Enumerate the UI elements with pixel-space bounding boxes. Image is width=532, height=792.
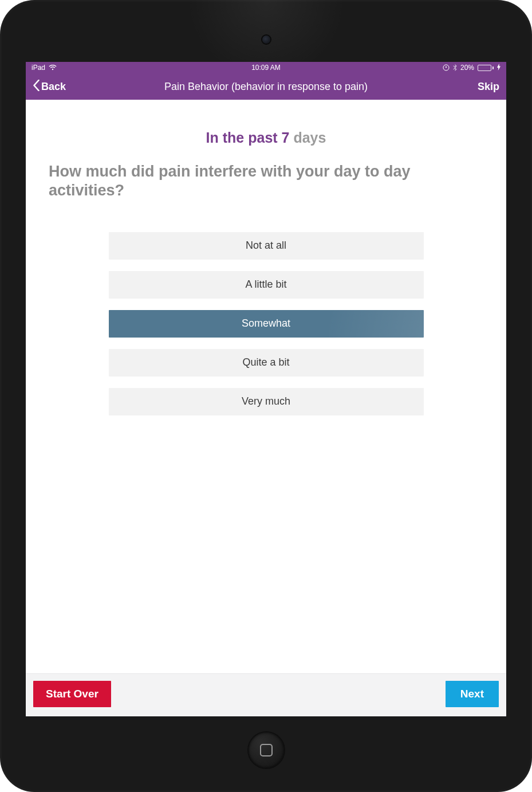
status-bar: iPad 10:09 AM 20% (26, 62, 506, 73)
option-3[interactable]: Quite a bit (109, 349, 424, 377)
context-suffix: days (293, 130, 326, 146)
bluetooth-icon (453, 64, 457, 71)
next-button[interactable]: Next (446, 681, 499, 707)
option-1[interactable]: A little bit (109, 271, 424, 299)
option-label: Very much (242, 395, 290, 407)
option-label: Quite a bit (242, 356, 289, 368)
battery-pct: 20% (460, 64, 474, 72)
start-over-button[interactable]: Start Over (33, 681, 111, 707)
back-label: Back (41, 81, 66, 93)
footer-bar: Start Over Next (26, 673, 506, 716)
chevron-left-icon (33, 80, 40, 94)
option-label: Not at all (246, 240, 286, 252)
option-2[interactable]: Somewhat (109, 310, 424, 338)
wifi-icon (49, 65, 57, 70)
context-prefix: In the past 7 (206, 130, 294, 146)
status-time: 10:09 AM (251, 64, 281, 72)
context-heading: In the past 7 days (49, 130, 483, 146)
screen: iPad 10:09 AM 20% (26, 62, 506, 716)
rotation-lock-icon (443, 64, 450, 71)
back-button[interactable]: Back (33, 80, 66, 94)
options-list: Not at allA little bitSomewhatQuite a bi… (109, 232, 424, 415)
option-label: Somewhat (242, 317, 290, 330)
option-4[interactable]: Very much (109, 388, 424, 415)
top-bars: iPad 10:09 AM 20% (26, 62, 506, 100)
device-camera (262, 36, 270, 44)
home-square-icon (260, 744, 273, 756)
question-text: How much did pain interfere with your da… (49, 162, 483, 200)
content-area: In the past 7 days How much did pain int… (26, 100, 506, 673)
page-title: Pain Behavior (behavior in response to p… (164, 81, 368, 93)
ipad-frame: iPad 10:09 AM 20% (0, 0, 532, 792)
option-label: A little bit (245, 279, 286, 291)
battery-icon (478, 65, 494, 71)
status-left: iPad (31, 64, 57, 72)
nav-bar: Back Pain Behavior (behavior in response… (26, 73, 506, 100)
status-right: 20% (443, 64, 501, 72)
home-button[interactable] (249, 732, 284, 768)
skip-button[interactable]: Skip (478, 81, 499, 93)
device-label: iPad (31, 64, 45, 72)
charging-icon (497, 64, 501, 72)
option-0[interactable]: Not at all (109, 232, 424, 260)
